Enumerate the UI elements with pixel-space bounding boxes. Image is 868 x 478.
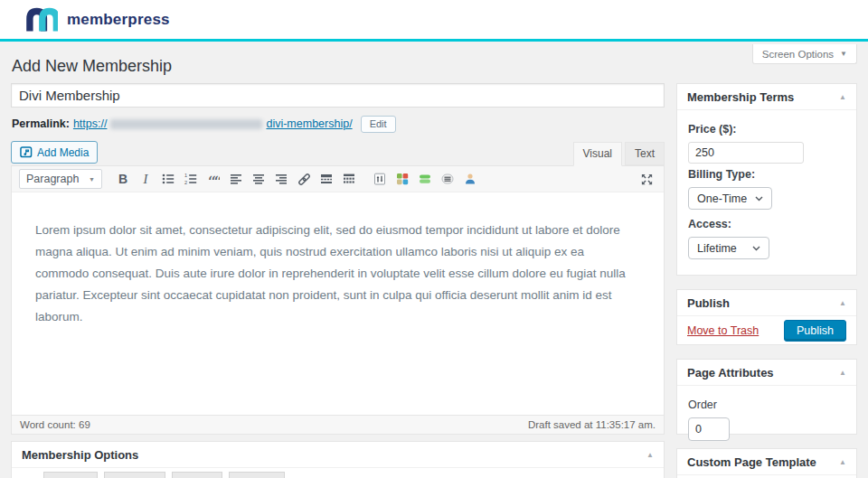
memberpress-shortcode-buttons [370,169,480,189]
custom-page-template-title: Custom Page Template [687,455,816,469]
bold-button[interactable]: B [113,169,133,189]
italic-button[interactable]: I [136,169,156,189]
tab-text[interactable]: Text [625,142,665,165]
numbered-list-button[interactable]: 1 2 [181,169,201,189]
align-left-button[interactable] [226,169,246,189]
custom-page-template-header[interactable]: Custom Page Template ▲ [677,449,856,475]
align-center-icon [251,172,266,186]
publish-button[interactable]: Publish [784,320,846,342]
svg-text:2: 2 [184,180,187,185]
membership-options-title: Membership Options [22,448,138,462]
permalink-url-prefix[interactable]: https:// [73,117,108,130]
screen-options-button[interactable]: Screen Options ▼ [752,44,857,64]
app-header: memberpress [0,0,868,42]
word-count: Word count: 69 [20,419,90,430]
content-editor: Paragraph ▼ B I 1 2 ““ [11,165,665,435]
collapse-icon[interactable]: ▲ [839,369,846,377]
editor-content-area[interactable]: Lorem ipsum dolor sit amet, consectetur … [12,192,664,415]
publish-header[interactable]: Publish ▲ [677,290,856,316]
paragraph-format-dropdown[interactable]: Paragraph ▼ [19,169,102,189]
group-pricing-button[interactable] [415,169,435,189]
pricing-table-button[interactable] [370,169,390,189]
chevron-down-icon: ▼ [840,50,847,58]
page-title: Add New Membership [12,57,172,76]
fullscreen-button[interactable] [637,169,656,189]
membership-terms-panel: Membership Terms ▲ Price ($): Billing Ty… [676,83,857,276]
edit-permalink-button[interactable]: Edit [361,116,396,133]
membership-options-tabs [12,472,664,478]
page-attributes-panel: Page Attributes ▲ Order [676,359,857,435]
bullet-list-button[interactable] [158,169,178,189]
kitchen-sink-icon [342,172,356,186]
collapse-icon[interactable]: ▲ [646,451,654,459]
memberpress-logo: memberpress [25,7,170,32]
access-select[interactable]: Lifetime [688,237,769,259]
link-icon [297,172,312,187]
membership-options-tab[interactable] [43,472,98,478]
membership-options-tab[interactable] [172,472,222,478]
paragraph-format-label: Paragraph [26,173,79,185]
numbered-list-icon: 1 2 [184,172,198,186]
permalink-label: Permalink: [12,117,70,130]
membership-options-panel: Membership Options ▲ [11,441,665,478]
order-input[interactable] [688,417,730,441]
publish-title: Publish [687,296,730,310]
move-to-trash-link[interactable]: Move to Trash [687,324,759,337]
brand-name: memberpress [67,11,170,29]
chevron-down-icon: ▼ [89,176,95,183]
chevron-down-icon [752,246,760,251]
page-attributes-title: Page Attributes [687,366,774,380]
list-lines-icon [440,172,455,186]
membership-terms-header[interactable]: Membership Terms ▲ [677,84,856,110]
bullet-list-icon [161,172,175,186]
billing-type-select[interactable]: One-Time [688,187,772,210]
permalink: Permalink: https:// divi-membership/ Edi… [12,115,396,133]
colored-blocks-icon [395,172,410,186]
green-rows-icon [418,172,432,186]
align-right-button[interactable] [271,169,291,189]
membership-options-header[interactable]: Membership Options ▲ [12,442,664,468]
publish-panel: Publish ▲ Move to Trash Publish [676,289,857,345]
collapse-icon[interactable]: ▲ [839,299,846,307]
membership-blocks-button[interactable] [392,169,412,189]
chevron-down-icon [755,196,763,202]
order-label: Order [688,398,845,411]
user-info-button[interactable] [460,169,480,189]
pricing-table-icon [373,172,387,186]
custom-page-template-panel: Custom Page Template ▲ [676,448,857,478]
billing-type-label: Billing Type: [688,168,845,181]
italic-icon: I [144,172,148,187]
screen-options-label: Screen Options [762,49,834,60]
editor-statusbar: Word count: 69 Draft saved at 11:35:17 a… [12,415,664,434]
draft-saved-status: Draft saved at 11:35:17 am. [528,419,656,430]
memberpress-m-icon [25,7,58,32]
editor-toolbar: Paragraph ▼ B I 1 2 ““ [12,166,664,192]
membership-options-tab[interactable] [104,472,165,478]
insert-more-tag-button[interactable] [316,169,336,189]
editor-paragraph: Lorem ipsum dolor sit amet, consectetur … [35,220,640,328]
billing-type-value: One-Time [697,192,747,205]
tab-visual[interactable]: Visual [573,142,622,166]
page-attributes-header[interactable]: Page Attributes ▲ [677,360,856,386]
permalink-redacted-domain [110,119,262,129]
price-label: Price ($): [688,123,845,136]
blockquote-icon: ““ [207,173,219,185]
account-links-button[interactable] [438,169,458,189]
collapse-icon[interactable]: ▲ [839,93,846,101]
access-value: Lifetime [697,242,737,255]
toolbar-toggle-button[interactable] [339,169,359,189]
membership-options-tab[interactable] [229,472,285,478]
blockquote-button[interactable]: ““ [203,169,223,189]
user-icon [463,172,477,186]
fullscreen-icon [640,173,654,186]
bold-icon: B [118,172,127,186]
permalink-slug[interactable]: divi-membership/ [266,117,352,130]
insert-link-button[interactable] [294,169,314,189]
read-more-icon [319,172,334,186]
collapse-icon[interactable]: ▲ [839,458,846,466]
post-title-input[interactable] [11,83,665,108]
membership-terms-title: Membership Terms [687,90,794,104]
align-center-button[interactable] [249,169,269,189]
price-input[interactable] [688,142,804,164]
access-label: Access: [688,218,845,230]
